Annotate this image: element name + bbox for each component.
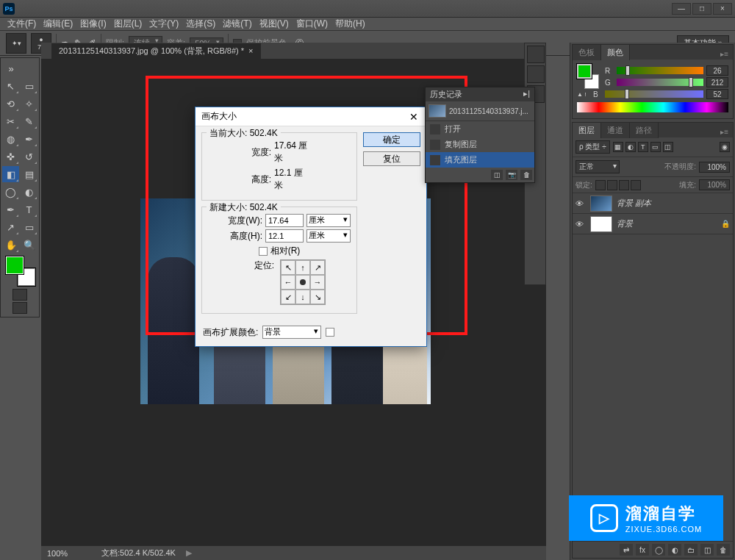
filter-type-icon[interactable]: T [638, 142, 648, 152]
brush-tool[interactable]: ✒ [21, 131, 37, 147]
color-tab[interactable]: 颜色 [601, 44, 630, 60]
layer-name[interactable]: 背景 [617, 218, 717, 229]
fx-icon[interactable]: fx [636, 544, 649, 556]
extension-color-swatch[interactable] [326, 328, 334, 337]
menu-view[interactable]: 视图(V) [257, 18, 292, 30]
minimize-button[interactable]: — [672, 3, 691, 15]
close-tab-icon[interactable]: × [248, 46, 253, 55]
document-tab[interactable]: 20131125140313937.jpg @ 100% (背景, RGB/8#… [51, 43, 261, 59]
menu-help[interactable]: 帮助(H) [332, 18, 368, 30]
r-value[interactable]: 26 [706, 65, 728, 76]
new-height-input[interactable] [265, 229, 304, 243]
path-select-tool[interactable]: ↗ [2, 219, 19, 235]
gradient-tool[interactable]: ▤ [21, 166, 37, 182]
history-new-doc-icon[interactable]: ◫ [491, 170, 503, 180]
quick-mask-toggle[interactable] [12, 289, 27, 301]
lock-transparency-icon[interactable] [595, 180, 606, 190]
dodge-tool[interactable]: ◐ [21, 184, 37, 200]
healing-brush-tool[interactable]: ◍ [2, 131, 19, 147]
anchor-ne[interactable]: ↗ [310, 260, 325, 275]
filter-smart-icon[interactable]: ◫ [663, 142, 673, 152]
anchor-center[interactable] [295, 275, 310, 290]
dialog-titlebar[interactable]: 画布大小 ✕ [196, 107, 426, 126]
menu-image[interactable]: 图像(I) [77, 18, 109, 30]
move-tool[interactable]: ↖ [2, 78, 19, 94]
history-item-copy-layer[interactable]: 复制图层 [426, 137, 534, 152]
close-window-button[interactable]: × [713, 3, 732, 15]
adjustment-icon[interactable]: ◐ [668, 544, 681, 556]
anchor-n[interactable]: ↑ [295, 260, 310, 275]
swatches-tab[interactable]: 色板 [573, 44, 601, 60]
menu-window[interactable]: 窗口(W) [293, 18, 331, 30]
history-item-fill-layer[interactable]: 填充图层 [426, 152, 534, 168]
screen-mode-toggle[interactable] [12, 302, 27, 314]
history-item-open[interactable]: 打开 [426, 121, 534, 137]
fill-value[interactable]: 100% [699, 179, 730, 190]
blend-mode-dropdown[interactable]: 正常 [576, 160, 620, 173]
visibility-icon[interactable]: 👁 [576, 199, 586, 208]
layer-thumb[interactable] [590, 216, 612, 232]
b-value[interactable]: 52 [706, 89, 728, 99]
filter-adjust-icon[interactable]: ◐ [625, 142, 636, 152]
zoom-level[interactable]: 100% [47, 549, 91, 558]
history-snapshot[interactable]: 20131125140313937.j... [426, 101, 534, 121]
layers-tab[interactable]: 图层 [573, 122, 601, 138]
status-menu-icon[interactable]: ▶ [186, 548, 192, 558]
menu-edit[interactable]: 编辑(E) [40, 18, 76, 30]
filter-toggle[interactable]: ◉ [720, 142, 730, 152]
extension-color-select[interactable]: 背景 [262, 326, 321, 339]
zoom-tool[interactable]: 🔍 [21, 237, 37, 253]
collapsed-panel-icon[interactable] [527, 65, 545, 83]
anchor-s[interactable]: ↓ [295, 290, 310, 304]
lasso-tool[interactable]: ⟲ [2, 96, 19, 112]
ok-button[interactable]: 确定 [363, 132, 420, 147]
menu-layer[interactable]: 图层(L) [111, 18, 146, 30]
dialog-close-button[interactable]: ✕ [407, 110, 420, 123]
reset-button[interactable]: 复位 [363, 151, 420, 166]
relative-checkbox[interactable] [259, 247, 268, 256]
menu-type[interactable]: 文字(Y) [146, 18, 182, 30]
g-value[interactable]: 212 [706, 77, 728, 87]
anchor-w[interactable]: ← [281, 275, 295, 290]
magic-wand-tool[interactable]: ✧ [21, 96, 37, 112]
history-brush-tool[interactable]: ↺ [21, 148, 37, 165]
paths-tab[interactable]: 路径 [630, 122, 659, 138]
new-layer-icon[interactable]: ◫ [700, 544, 714, 556]
width-unit-select[interactable]: 厘米 [306, 214, 351, 227]
warn-icon[interactable]: ▲ ! [577, 91, 590, 98]
shape-tool[interactable]: ▭ [21, 219, 37, 235]
channels-tab[interactable]: 通道 [601, 122, 630, 138]
tool-preset-picker[interactable]: ✦▾ [6, 33, 26, 54]
collapsed-panel-icon[interactable] [527, 46, 545, 63]
eyedropper-tool[interactable]: ✎ [21, 113, 37, 129]
r-slider[interactable] [617, 67, 703, 74]
anchor-e[interactable]: → [310, 275, 325, 290]
b-slider[interactable] [605, 90, 703, 98]
anchor-se[interactable]: ↘ [310, 290, 325, 304]
pen-tool[interactable]: ✒ [2, 201, 19, 218]
anchor-sw[interactable]: ↙ [281, 290, 295, 304]
layer-thumb[interactable] [590, 195, 612, 212]
layer-row[interactable]: 👁 背景 副本 [573, 193, 733, 214]
toggle-toolbox[interactable]: » [2, 60, 20, 76]
history-tab[interactable]: 历史记录▸| [426, 87, 534, 101]
anchor-nw[interactable]: ↖ [281, 260, 295, 275]
panel-menu-icon[interactable]: ▸≡ [716, 126, 733, 137]
history-snapshot-icon[interactable]: 📷 [506, 170, 517, 180]
height-unit-select[interactable]: 厘米 [306, 229, 351, 243]
layer-filter-type[interactable]: ρ 类型 [576, 140, 610, 154]
color-ramp[interactable] [577, 102, 728, 112]
clone-stamp-tool[interactable]: ✜ [2, 148, 19, 165]
delete-layer-icon[interactable]: 🗑 [717, 544, 730, 556]
blur-tool[interactable]: ◯ [2, 184, 19, 200]
filter-shape-icon[interactable]: ▭ [650, 142, 661, 152]
type-tool[interactable]: T [21, 201, 37, 218]
history-delete-icon[interactable]: 🗑 [520, 170, 532, 180]
visibility-icon[interactable]: 👁 [576, 220, 586, 229]
lock-position-icon[interactable] [619, 180, 629, 190]
menu-file[interactable]: 文件(F) [4, 18, 39, 30]
doc-info[interactable]: 文档:502.4 K/502.4K [101, 548, 176, 559]
filter-pixel-icon[interactable]: ▦ [613, 142, 623, 152]
mask-icon[interactable]: ◯ [652, 544, 665, 556]
hand-tool[interactable]: ✋ [2, 237, 19, 253]
